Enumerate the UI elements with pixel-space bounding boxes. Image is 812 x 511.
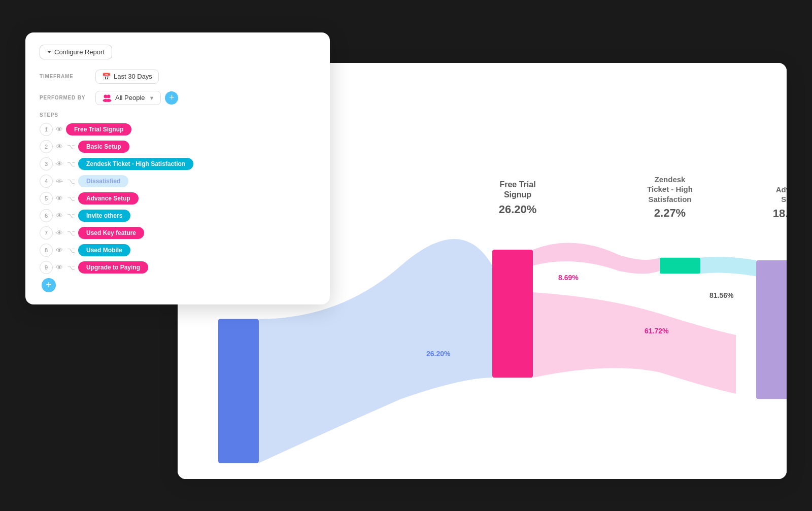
add-step-button[interactable]: + [42,278,56,292]
step-6-eye-icon[interactable]: 👁 [56,212,63,220]
step-num-4: 4 [40,175,53,188]
add-filter-button[interactable]: + [165,91,178,105]
step-2-tag[interactable]: Basic Setup [78,141,129,153]
step-7-filter-icon[interactable]: ⌥ [67,229,75,237]
step-row-8: 8 👁 ⌥ Used Mobile [40,244,316,257]
step-2-eye-icon[interactable]: 👁 [56,143,63,151]
step-5-eye-icon[interactable]: 👁 [56,194,63,202]
timeframe-value: Last 30 Days [114,73,152,80]
step-8-tag[interactable]: Used Mobile [78,244,130,256]
config-panel: Configure Report TIMEFRAME 📅 Last 30 Day… [25,32,330,304]
flow-teal [700,256,756,276]
step-9-filter-icon[interactable]: ⌥ [67,263,75,271]
step-row-4: 4 👁 ⌥ Dissatisfied [40,175,316,188]
step-row-6: 6 👁 ⌥ Invite others [40,209,316,222]
performed-by-label: PERFORMED BY [40,95,95,100]
step-5-filter-icon[interactable]: ⌥ [67,194,75,202]
timeframe-button[interactable]: 📅 Last 30 Days [95,70,159,84]
step-num-2: 2 [40,140,53,153]
arrow-icon [47,51,51,53]
step-row-7: 7 👁 ⌥ Used Key feature [40,226,316,240]
step-row-9: 9 👁 ⌥ Upgrade to Paying [40,261,316,274]
dropdown-arrow: ▼ [149,95,155,101]
step-8-eye-icon[interactable]: 👁 [56,246,63,254]
flow-pct-teal: 81.56% [709,291,733,299]
step-num-5: 5 [40,192,53,205]
svg-point-3 [106,99,112,102]
node-advance-label: Advance Setup 18.03% [751,185,787,221]
step-9-eye-icon[interactable]: 👁 [56,263,63,271]
configure-btn-label: Configure Report [54,48,105,56]
step-9-tag[interactable]: Upgrade to Paying [78,261,148,274]
flow-pct-pink-upper: 8.69% [558,274,579,282]
steps-section: STEPS 1 👁 Free Trial Signup 2 👁 ⌥ Basic … [40,112,316,292]
step-1-tag[interactable]: Free Trial Signup [66,123,131,135]
bar-blue [218,319,259,463]
calendar-icon: 📅 [102,73,111,81]
flow-pct-pink-lower: 61.72% [645,327,668,335]
node-zendesk-label: Zendesk Ticket - High Satisfaction 2.27% [624,175,716,221]
step-3-filter-icon[interactable]: ⌥ [67,160,75,168]
people-icon [102,94,112,102]
node-free-trial-label: Free Trial Signup 26.20% [477,180,558,217]
step-7-eye-icon[interactable]: 👁 [56,229,63,237]
step-num-3: 3 [40,157,53,171]
step-6-filter-icon[interactable]: ⌥ [67,212,75,220]
step-row-1: 1 👁 Free Trial Signup [40,123,316,136]
step-2-filter-icon[interactable]: ⌥ [67,143,75,151]
performed-by-row: PERFORMED BY All People ▼ + [40,91,316,105]
step-num-1: 1 [40,123,53,136]
timeframe-row: TIMEFRAME 📅 Last 30 Days [40,70,316,84]
flow-pink-lower [533,292,736,394]
step-num-6: 6 [40,209,53,222]
svg-point-0 [104,94,108,98]
step-3-eye-icon[interactable]: 👁 [56,160,63,168]
step-6-tag[interactable]: Invite others [78,210,130,222]
flow-pink-upper [533,243,660,274]
step-5-tag[interactable]: Advance Setup [78,192,139,205]
bar-purple [756,260,787,398]
configure-report-button[interactable]: Configure Report [40,45,112,59]
all-people-button[interactable]: All People ▼ [95,91,161,105]
step-num-8: 8 [40,244,53,257]
step-3-tag[interactable]: Zendesk Ticket - High Satisfaction [78,158,193,170]
step-4-filter-icon[interactable]: ⌥ [67,177,75,185]
step-4-eye-icon[interactable]: 👁 [56,177,63,185]
step-row-3: 3 👁 ⌥ Zendesk Ticket - High Satisfaction [40,157,316,171]
step-row-5: 5 👁 ⌥ Advance Setup [40,192,316,205]
step-row-2: 2 👁 ⌥ Basic Setup [40,140,316,153]
all-people-label: All People [115,94,145,101]
bar-pink [492,249,533,377]
step-8-filter-icon[interactable]: ⌥ [67,246,75,254]
step-1-eye-icon[interactable]: 👁 [56,125,63,133]
flow-pct-blue: 26.20% [426,350,450,358]
bar-green-small [660,257,700,274]
step-4-tag[interactable]: Dissatisfied [78,175,128,187]
step-num-9: 9 [40,261,53,274]
timeframe-label: TIMEFRAME [40,74,95,79]
step-num-7: 7 [40,226,53,240]
step-7-tag[interactable]: Used Key feature [78,227,144,239]
steps-label: STEPS [40,112,316,118]
svg-point-1 [107,94,111,98]
